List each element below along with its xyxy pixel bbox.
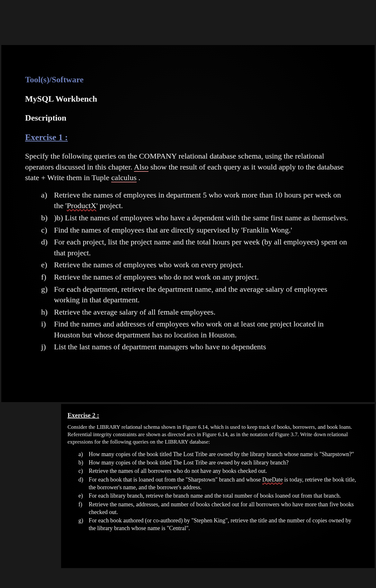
list-item: g)For each book authored (or co-authored… (78, 517, 358, 532)
exercise-1-heading: Exercise 1 : (25, 132, 68, 144)
list-item-label: f) (41, 272, 54, 283)
list-item-text: Retrieve the names of all borrowers who … (89, 467, 358, 475)
list-item: c)Retrieve the names of all borrowers wh… (78, 467, 358, 475)
list-item-text: Retrieve the names of employees in depar… (54, 190, 350, 211)
exercise-2-heading: Exercise 2 : (67, 411, 99, 420)
list-item-label: c) (78, 467, 89, 475)
document-page-2: Exercise 2 : Consider the LIBRARY relati… (61, 404, 375, 568)
list-item-label: a) (41, 190, 54, 211)
list-item-label: g) (41, 284, 54, 306)
document-page-1: Tool(s)/Software MySQL Workbench Descrip… (1, 45, 375, 402)
list-item-text: How many copies of the book titled The L… (89, 459, 358, 466)
list-item-text: )b) List the names of employees who have… (54, 213, 350, 224)
exercise-2-list: a)How many copies of the book titled The… (78, 450, 358, 532)
list-item-label: d) (41, 237, 54, 258)
list-item-text: Retrieve the names of employees who work… (54, 260, 350, 271)
list-item: b))b) List the names of employees who ha… (41, 213, 350, 224)
list-item-text: Find the names and addresses of employee… (54, 319, 350, 340)
list-item-text: For each department, retrieve the depart… (54, 284, 350, 306)
list-item-label: j) (41, 342, 54, 353)
exercise-2-preamble: Consider the LIBRARY relational schema s… (67, 424, 357, 446)
list-item-label: g) (78, 517, 89, 532)
list-item: e)For each library branch, retrieve the … (78, 492, 358, 500)
tools-heading: Tool(s)/Software (25, 74, 355, 86)
list-item: g)For each department, retrieve the depa… (41, 284, 350, 306)
list-item: c)Find the names of employees that are d… (41, 225, 350, 236)
list-item-label: b) (78, 459, 89, 466)
list-item: d)For each book that is loaned out from … (78, 476, 358, 492)
list-item: j)List the last names of department mana… (41, 342, 350, 353)
list-item-text: List the last names of department manage… (54, 342, 350, 353)
description-heading: Description (25, 112, 355, 124)
list-item: b)How many copies of the book titled The… (78, 459, 358, 466)
list-item-label: h) (41, 307, 54, 318)
list-item-label: e) (78, 492, 89, 500)
list-item: i)Find the names and addresses of employ… (41, 319, 350, 340)
list-item: f)Retrieve the names, addresses, and num… (78, 501, 358, 516)
tools-value: MySQL Workbench (25, 93, 355, 105)
list-item-text: For each book that is loaned out from th… (89, 476, 358, 492)
list-item-label: b) (41, 213, 54, 224)
list-item-text: Retrieve the names of employees who do n… (54, 272, 350, 283)
list-item: a)How many copies of the book titled The… (78, 450, 358, 458)
list-item-label: f) (78, 501, 89, 516)
list-item-text: For each project, list the project name … (54, 237, 350, 258)
list-item-label: i) (41, 319, 54, 340)
list-item-label: d) (78, 476, 89, 492)
list-item-text: How many copies of the book titled The L… (89, 450, 358, 458)
list-item-label: c) (41, 225, 54, 236)
list-item: h)Retrieve the average salary of all fem… (41, 307, 350, 318)
list-item-text: For each library branch, retrieve the br… (89, 492, 358, 500)
list-item-text: Retrieve the average salary of all femal… (54, 307, 350, 318)
list-item: a)Retrieve the names of employees in dep… (41, 190, 350, 211)
list-item-text: Find the names of employees that are dir… (54, 225, 350, 236)
exercise-1-preamble: Specify the following queries on the COM… (25, 151, 353, 183)
list-item-label: a) (78, 450, 89, 458)
list-item: d)For each project, list the project nam… (41, 237, 350, 258)
list-item: f)Retrieve the names of employees who do… (41, 272, 350, 283)
list-item-label: e) (41, 260, 54, 271)
list-item-text: Retrieve the names, addresses, and numbe… (89, 501, 358, 516)
list-item-text: For each book authored (or co-authored) … (89, 517, 358, 532)
list-item: e)Retrieve the names of employees who wo… (41, 260, 350, 271)
exercise-1-list: a)Retrieve the names of employees in dep… (41, 190, 350, 353)
